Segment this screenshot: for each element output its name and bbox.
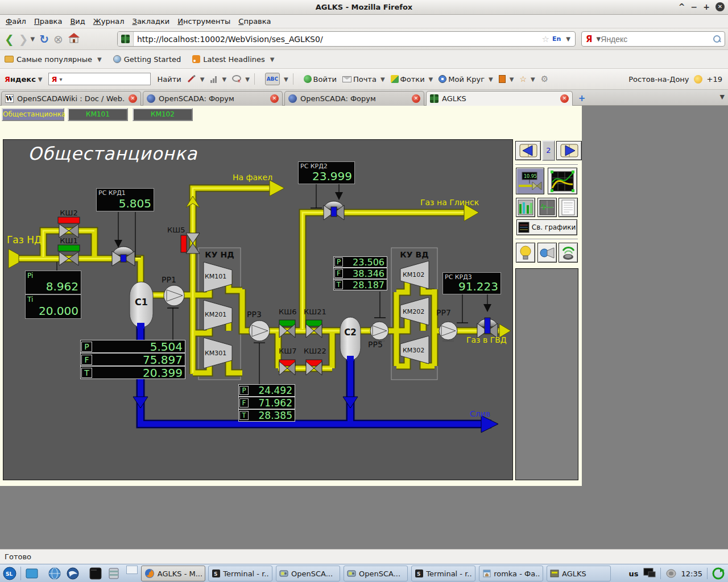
task-aglks-firefox[interactable]: AGLKS - M... [141, 566, 205, 581]
mnemo-view-button[interactable]: 10.95 [516, 168, 544, 194]
yandex-stats-icon[interactable]: ▼ [210, 75, 226, 83]
home-icon[interactable] [68, 32, 80, 45]
speaker-button[interactable] [559, 243, 578, 263]
task-terminal-1[interactable]: S Terminal - r... [208, 566, 272, 581]
label-glinsk: Газ на Глинск [420, 198, 479, 207]
list-all-tabs-icon[interactable]: ▼ [720, 93, 725, 101]
menu-help[interactable]: Справка [238, 17, 271, 26]
page-tab-km101[interactable]: КМ101 [68, 108, 128, 121]
lamp-button[interactable] [516, 243, 535, 263]
bookmark-latest-headlines[interactable]: Latest Headlines ▼ [192, 55, 274, 64]
stop-icon[interactable]: ⊗ [53, 34, 63, 45]
history-dropdown-icon[interactable]: ▼ [31, 36, 35, 42]
minimize-button[interactable]: − [691, 2, 698, 12]
weather-icon [694, 75, 702, 84]
yandex-search-input[interactable]: Я ▾ [48, 73, 151, 85]
keyboard-layout[interactable]: us [629, 569, 639, 578]
yandex-moikrug-button[interactable]: Мой Круг▼ [439, 75, 493, 84]
yandex-brand[interactable]: Яндекс [5, 75, 36, 84]
weather-city[interactable]: Ростов-на-Дону [628, 75, 689, 84]
url-bar[interactable]: http://localhost:10002/WebVision/ses_AGL… [117, 31, 576, 47]
tab-forum-2[interactable]: OpenSCADA: Форум ✕ [284, 91, 424, 106]
maximize-button[interactable]: + [703, 2, 710, 12]
tab-forum-1[interactable]: OpenSCADA: Форум ✕ [143, 91, 283, 106]
yandex-favorites-button[interactable]: ☆▼ [519, 74, 535, 84]
display-settings-icon[interactable] [643, 568, 656, 579]
task-file-manager[interactable]: romka - Фа... [479, 566, 543, 581]
task-aglks-qt[interactable]: AGLKS [547, 566, 611, 581]
sidebar-separator [515, 239, 578, 240]
bookmark-most-popular[interactable]: Самые популярные ▼ [5, 55, 102, 64]
menu-file[interactable]: Файл [6, 17, 26, 26]
control-valve-krd1[interactable] [112, 247, 135, 266]
menu-bookmarks[interactable]: Закладки [133, 17, 170, 26]
shade-button[interactable]: ^ [679, 2, 685, 12]
document-view-button[interactable] [559, 198, 578, 217]
new-tab-button[interactable]: + [576, 93, 588, 104]
bookmark-star-icon[interactable]: ☆ [541, 34, 549, 44]
menu-edit[interactable]: Правка [34, 17, 62, 26]
show-desktop-icon[interactable] [25, 567, 39, 580]
tab-close-icon[interactable]: ✕ [270, 94, 279, 103]
bookmark-getting-started[interactable]: Getting Started [113, 55, 181, 64]
session-icon[interactable] [712, 567, 725, 580]
yandex-comments-icon[interactable]: x▼ [232, 75, 250, 83]
browser-launcher-icon[interactable] [48, 567, 61, 580]
pager-desktop[interactable] [126, 566, 138, 574]
yandex-login-button[interactable]: Войти [304, 75, 337, 84]
webvision-page: Общестанционка КМ101 КМ102 [0, 106, 582, 486]
page-tab-km102[interactable]: КМ102 [133, 108, 193, 121]
forum-favicon [147, 94, 155, 103]
back-button[interactable]: ❮ [5, 34, 14, 45]
yandex-edit-icon[interactable]: ▼ [187, 75, 205, 83]
terminal-launcher-icon[interactable] [89, 567, 102, 580]
reload-icon[interactable]: ↻ [39, 34, 49, 45]
prev-page-button[interactable] [515, 141, 541, 160]
search-engine-icon[interactable]: Я [582, 34, 594, 44]
yandex-settings-icon[interactable]: ⚙ [541, 74, 548, 84]
rss-icon [192, 55, 200, 63]
task-openscada-2[interactable]: OpenSCA... [344, 566, 408, 581]
regulator-pp5[interactable] [370, 322, 388, 340]
yandex-photos-button[interactable]: Фотки▼ [391, 75, 433, 84]
forward-button[interactable]: ❯ [19, 34, 28, 45]
control-valve-krd2[interactable] [324, 201, 344, 220]
tab-openscadawiki[interactable]: W OpenSCADAWiki : Doc / Web... ✕ [1, 91, 141, 106]
horn-button[interactable] [537, 243, 557, 263]
bookmarks-toolbar: Самые популярные ▼ Getting Started Lates… [0, 50, 728, 69]
trend-view-button[interactable] [548, 168, 577, 194]
separator-c2[interactable] [340, 317, 361, 360]
next-page-button[interactable] [556, 141, 582, 160]
panel-view-button[interactable] [516, 198, 535, 217]
search-icon[interactable] [713, 35, 721, 43]
task-terminal-2[interactable]: S Terminal - r... [411, 566, 475, 581]
oscillogram-button[interactable] [537, 198, 557, 217]
package-launcher-icon[interactable] [107, 567, 121, 580]
tab-close-icon[interactable]: ✕ [412, 94, 420, 103]
yandex-book-button[interactable]: ▼ [499, 75, 514, 83]
close-button[interactable]: ✕ [715, 2, 725, 11]
free-graphs-button[interactable]: Св. графики [516, 219, 577, 235]
thunderbird-launcher-icon[interactable] [66, 567, 80, 580]
clock[interactable]: 12:35 [681, 569, 702, 578]
tab-close-icon[interactable]: ✕ [129, 94, 137, 103]
tab-aglks[interactable]: AGLKS ✕ [426, 91, 573, 106]
search-bar[interactable]: Я ▼ [581, 31, 725, 47]
task-openscada-1[interactable]: OpenSCA... [276, 566, 340, 581]
start-menu-icon[interactable]: SL [3, 567, 16, 580]
search-engine-dropdown-icon[interactable]: ▼ [597, 36, 601, 42]
url-dropdown-icon[interactable]: ▼ [566, 36, 570, 42]
menu-tools[interactable]: Инструменты [177, 17, 230, 26]
url-text[interactable]: http://localhost:10002/WebVision/ses_AGL… [134, 35, 541, 44]
menu-history[interactable]: Журнал [93, 17, 125, 26]
volume-icon[interactable] [665, 568, 677, 579]
yandex-mail-button[interactable]: Почта▼ [342, 75, 385, 84]
tab-close-icon[interactable]: ✕ [560, 94, 569, 103]
regulator-pp7[interactable] [439, 322, 457, 340]
search-input[interactable] [601, 35, 713, 44]
yandex-find-button[interactable]: Найти [158, 75, 181, 84]
yandex-spellcheck-button[interactable]: ABC▼ [265, 73, 288, 85]
label-km302: КМ302 [403, 347, 424, 354]
page-tab-obshestancionka[interactable]: Общестанционка [2, 108, 64, 121]
menu-view[interactable]: Вид [70, 17, 85, 26]
